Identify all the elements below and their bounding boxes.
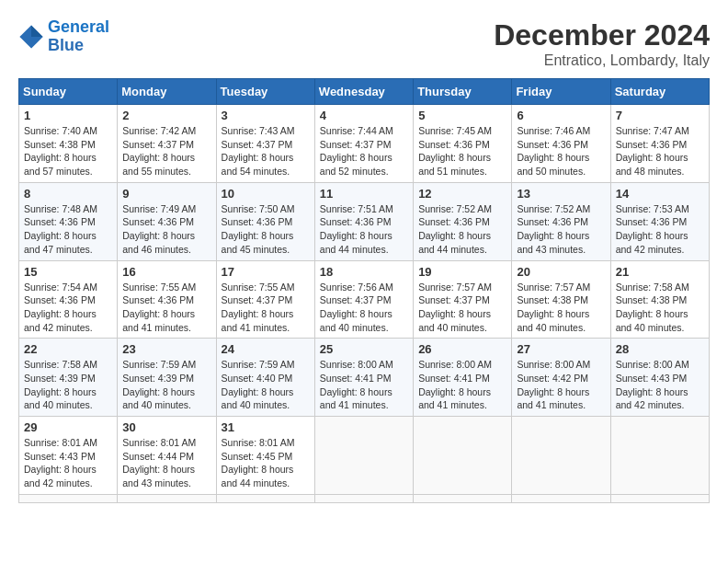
day-info: Sunrise: 8:00 AM Sunset: 4:43 PM Dayligh… [616,358,704,412]
day-number: 11 [320,187,408,201]
table-row: 16 Sunrise: 7:55 AM Sunset: 4:36 PM Dayl… [118,260,216,339]
table-row [414,417,512,495]
calendar-week-row: 8 Sunrise: 7:48 AM Sunset: 4:36 PM Dayli… [19,182,710,260]
table-row [610,417,709,495]
day-number: 25 [320,342,408,356]
table-row: 20 Sunrise: 7:57 AM Sunset: 4:38 PM Dayl… [512,260,610,339]
day-info: Sunrise: 7:54 AM Sunset: 4:36 PM Dayligh… [24,281,112,335]
day-info: Sunrise: 7:55 AM Sunset: 4:37 PM Dayligh… [222,281,310,335]
day-info: Sunrise: 7:47 AM Sunset: 4:36 PM Dayligh… [616,124,704,178]
day-info: Sunrise: 7:40 AM Sunset: 4:38 PM Dayligh… [24,124,112,178]
day-number: 29 [24,420,112,434]
table-row: 21 Sunrise: 7:58 AM Sunset: 4:38 PM Dayl… [610,260,709,339]
table-row: 26 Sunrise: 8:00 AM Sunset: 4:41 PM Dayl… [414,339,512,417]
table-row: 15 Sunrise: 7:54 AM Sunset: 4:36 PM Dayl… [19,260,118,339]
svg-marker-2 [31,37,43,49]
title-block: December 2024 Entratico, Lombardy, Italy [494,18,710,69]
day-number: 30 [122,420,210,434]
day-info: Sunrise: 8:00 AM Sunset: 4:41 PM Dayligh… [320,358,408,412]
day-info: Sunrise: 8:01 AM Sunset: 4:43 PM Dayligh… [24,436,112,490]
day-number: 23 [122,342,210,356]
day-number: 19 [418,265,506,279]
table-row: 19 Sunrise: 7:57 AM Sunset: 4:37 PM Dayl… [414,260,512,339]
table-row: 14 Sunrise: 7:53 AM Sunset: 4:36 PM Dayl… [610,182,709,260]
day-number: 14 [616,187,704,201]
day-info: Sunrise: 7:44 AM Sunset: 4:37 PM Dayligh… [320,124,408,178]
day-number: 16 [122,265,210,279]
table-row: 27 Sunrise: 8:00 AM Sunset: 4:42 PM Dayl… [512,339,610,417]
table-row: 12 Sunrise: 7:52 AM Sunset: 4:36 PM Dayl… [414,182,512,260]
day-info: Sunrise: 7:55 AM Sunset: 4:36 PM Dayligh… [122,281,210,335]
table-row: 11 Sunrise: 7:51 AM Sunset: 4:36 PM Dayl… [314,182,413,260]
day-info: Sunrise: 8:00 AM Sunset: 4:42 PM Dayligh… [517,358,605,412]
table-row [512,494,610,502]
logo: General Blue [18,18,109,55]
table-row: 4 Sunrise: 7:44 AM Sunset: 4:37 PM Dayli… [314,105,413,183]
header-thursday: Thursday [414,79,512,105]
day-number: 17 [222,265,310,279]
weekday-header-row: Sunday Monday Tuesday Wednesday Thursday… [19,79,710,105]
header-friday: Friday [512,79,610,105]
day-number: 8 [24,187,112,201]
day-info: Sunrise: 7:52 AM Sunset: 4:36 PM Dayligh… [517,202,605,257]
day-number: 21 [616,265,704,279]
day-info: Sunrise: 7:57 AM Sunset: 4:37 PM Dayligh… [418,281,506,335]
page-header: General Blue December 2024 Entratico, Lo… [18,18,710,69]
header-tuesday: Tuesday [216,79,314,105]
table-row [414,494,512,502]
day-number: 24 [222,342,310,356]
day-info: Sunrise: 7:49 AM Sunset: 4:36 PM Dayligh… [122,202,210,257]
table-row: 8 Sunrise: 7:48 AM Sunset: 4:36 PM Dayli… [19,182,118,260]
table-row: 9 Sunrise: 7:49 AM Sunset: 4:36 PM Dayli… [118,182,216,260]
calendar-table: Sunday Monday Tuesday Wednesday Thursday… [18,78,710,503]
calendar-week-row: 1 Sunrise: 7:40 AM Sunset: 4:38 PM Dayli… [19,105,710,183]
logo-text: General Blue [48,18,109,55]
header-sunday: Sunday [19,79,118,105]
day-number: 9 [122,187,210,201]
table-row: 28 Sunrise: 8:00 AM Sunset: 4:43 PM Dayl… [610,339,709,417]
table-row [216,494,314,502]
day-number: 18 [320,265,408,279]
day-number: 4 [320,109,408,122]
day-info: Sunrise: 7:58 AM Sunset: 4:38 PM Dayligh… [616,281,704,335]
logo-icon [18,24,44,50]
table-row: 23 Sunrise: 7:59 AM Sunset: 4:39 PM Dayl… [118,339,216,417]
day-info: Sunrise: 8:00 AM Sunset: 4:41 PM Dayligh… [418,358,506,412]
day-info: Sunrise: 7:50 AM Sunset: 4:36 PM Dayligh… [222,202,310,257]
day-info: Sunrise: 7:56 AM Sunset: 4:37 PM Dayligh… [320,281,408,335]
table-row: 6 Sunrise: 7:46 AM Sunset: 4:36 PM Dayli… [512,105,610,183]
calendar-title: December 2024 [494,18,710,52]
table-row: 24 Sunrise: 7:59 AM Sunset: 4:40 PM Dayl… [216,339,314,417]
day-info: Sunrise: 7:45 AM Sunset: 4:36 PM Dayligh… [418,124,506,178]
table-row: 5 Sunrise: 7:45 AM Sunset: 4:36 PM Dayli… [414,105,512,183]
day-number: 27 [517,342,605,356]
day-info: Sunrise: 7:46 AM Sunset: 4:36 PM Dayligh… [517,124,605,178]
calendar-week-row: 15 Sunrise: 7:54 AM Sunset: 4:36 PM Dayl… [19,260,710,339]
day-number: 31 [222,420,310,434]
table-row: 31 Sunrise: 8:01 AM Sunset: 4:45 PM Dayl… [216,417,314,495]
day-info: Sunrise: 8:01 AM Sunset: 4:44 PM Dayligh… [122,436,210,490]
day-info: Sunrise: 8:01 AM Sunset: 4:45 PM Dayligh… [222,436,310,490]
table-row: 13 Sunrise: 7:52 AM Sunset: 4:36 PM Dayl… [512,182,610,260]
table-row: 7 Sunrise: 7:47 AM Sunset: 4:36 PM Dayli… [610,105,709,183]
table-row: 2 Sunrise: 7:42 AM Sunset: 4:37 PM Dayli… [118,105,216,183]
day-number: 1 [24,109,112,122]
header-monday: Monday [118,79,216,105]
calendar-week-row [19,494,710,502]
day-number: 20 [517,265,605,279]
day-number: 3 [222,109,310,122]
table-row: 17 Sunrise: 7:55 AM Sunset: 4:37 PM Dayl… [216,260,314,339]
day-number: 10 [222,187,310,201]
day-info: Sunrise: 7:43 AM Sunset: 4:37 PM Dayligh… [222,124,310,178]
table-row [610,494,709,502]
day-number: 28 [616,342,704,356]
day-number: 22 [24,342,112,356]
header-wednesday: Wednesday [314,79,413,105]
table-row: 18 Sunrise: 7:56 AM Sunset: 4:37 PM Dayl… [314,260,413,339]
day-number: 12 [418,187,506,201]
calendar-subtitle: Entratico, Lombardy, Italy [494,52,710,69]
svg-marker-1 [31,25,43,37]
day-info: Sunrise: 7:57 AM Sunset: 4:38 PM Dayligh… [517,281,605,335]
table-row [19,494,118,502]
table-row: 1 Sunrise: 7:40 AM Sunset: 4:38 PM Dayli… [19,105,118,183]
